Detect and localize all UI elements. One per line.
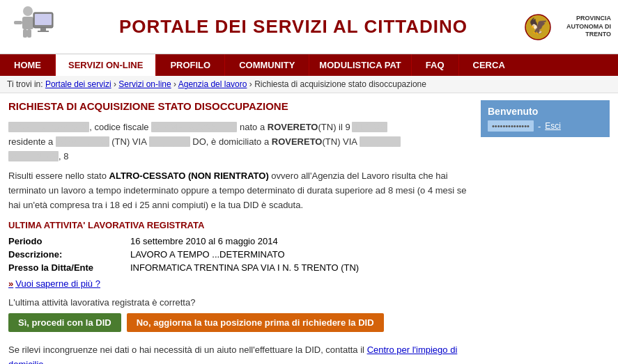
intro-res-label: residente a <box>8 136 56 147</box>
intro-res-city: ROVERETO <box>56 136 109 147</box>
intro-cf-value: CLZMHL85VNSTER <box>151 122 237 132</box>
svg-rect-2 <box>14 21 22 24</box>
intro-name: MICHELA CAZZANI <box>8 122 89 132</box>
breadcrumb: Ti trovi in: Portale dei servizi › Servi… <box>0 76 618 93</box>
status-paragraph: Risulti essere nello stato ALTRO-CESSATO… <box>8 169 471 212</box>
site-title: PORTALE DEI SERVIZI AL CITTADINO <box>66 16 520 38</box>
welcome-title: Benvenuto <box>488 106 603 117</box>
descrizione-row: Descrizione: LAVORO A TEMPO ...DETERMINA… <box>8 249 471 260</box>
periodo-label: Periodo <box>8 236 130 246</box>
person-computer-icon <box>7 6 59 46</box>
intro-nato-text: nato a <box>237 122 267 132</box>
intro-cf-label: , codice fiscale <box>89 122 151 132</box>
content-wrapper: RICHIESTA DI ACQUISIZIONE STATO DISOCCUP… <box>0 93 618 364</box>
header: PORTALE DEI SERVIZI AL CITTADINO 🦅 PROVI… <box>0 0 618 54</box>
nav-servizi[interactable]: SERVIZI ON-LINE <box>56 54 156 76</box>
svg-point-0 <box>23 6 33 16</box>
header-logo-right: 🦅 PROVINCIA AUTONOMA DI TRENTO <box>520 14 611 40</box>
breadcrumb-servizi[interactable]: Servizi on-line <box>118 79 171 89</box>
breadcrumb-portale[interactable]: Portale dei servizi <box>45 79 111 89</box>
bottom-text: Se rilevi incongruenze nei dati o hai ne… <box>8 345 364 355</box>
intro-dom-prov: (TN) VIA <box>322 136 359 147</box>
breadcrumb-sep2: › <box>173 79 178 89</box>
svg-rect-9 <box>38 31 49 32</box>
username-text: •••••••••••••• <box>492 122 530 130</box>
periodo-value: 16 settembre 2010 al 6 maggio 2014 <box>130 236 278 246</box>
nav-faq[interactable]: FAQ <box>412 54 459 76</box>
bottom-paragraph: Se rilevi incongruenze nei dati o hai ne… <box>8 343 471 364</box>
presso-label: Presso la Ditta/Ente <box>8 262 130 273</box>
btn-yes-did[interactable]: Sì, procedi con la DID <box>8 313 121 332</box>
intro-dom-num2: , 8 <box>59 151 68 161</box>
intro-dom-num: ATLIENDO <box>8 151 59 161</box>
svg-rect-4 <box>23 29 27 38</box>
breadcrumb-prefix: Ti trovi in: <box>7 79 45 89</box>
intro-res-do: DO, è domiciliato a <box>190 136 272 147</box>
intro-res-prov: (TN) VIA <box>109 136 149 147</box>
intro-nato-date: 11 1979 <box>352 122 387 132</box>
breadcrumb-agenzia[interactable]: Agenzia del lavoro <box>178 79 247 89</box>
svg-rect-8 <box>40 28 46 31</box>
question-text: L'ultima attività lavorativa registrata … <box>8 297 471 308</box>
sidebar: Benvenuto •••••••••••••• - Esci <box>481 100 610 364</box>
btn-no-did[interactable]: No, aggiorna la tua posizione prima di r… <box>127 313 384 332</box>
nav-community[interactable]: COMMUNITY <box>225 54 309 76</box>
presso-row: Presso la Ditta/Ente INFORMATICA TRENTIN… <box>8 262 471 273</box>
intro-nato-prov: (TN) il 9 <box>318 122 350 132</box>
intro-nato-place: ROVERETO <box>268 122 318 132</box>
intro-dom-city: ROVERETO <box>272 136 323 147</box>
exit-link[interactable]: Esci <box>545 121 561 131</box>
svg-rect-5 <box>27 29 31 38</box>
learn-more-arrow: » <box>8 278 13 289</box>
header-title: PORTALE DEI SERVIZI AL CITTADINO <box>66 16 520 38</box>
breadcrumb-current: Richiesta di acquisizione stato disoccup… <box>254 79 426 89</box>
status-bold: ALTRO-CESSATO (NON RIENTRATO) <box>109 171 269 181</box>
svg-text:🦅: 🦅 <box>529 17 548 35</box>
descrizione-label: Descrizione: <box>8 249 130 260</box>
province-name: PROVINCIA AUTONOMA DI TRENTO <box>555 15 611 39</box>
periodo-row: Periodo 16 settembre 2010 al 6 maggio 20… <box>8 236 471 246</box>
descrizione-value: LAVORO A TEMPO ...DETERMINATO <box>130 249 285 260</box>
learn-more-link[interactable]: » Vuoi saperne di più ? <box>8 278 471 289</box>
welcome-box: Benvenuto •••••••••••••• - Esci <box>481 100 610 137</box>
intro-paragraph: MICHELA CAZZANI, codice fiscale CLZMHL85… <box>8 120 471 164</box>
page-title: RICHIESTA DI ACQUISIZIONE STATO DISOCCUP… <box>8 100 471 112</box>
separator: - <box>538 121 541 132</box>
intro-dom-via: _______ <box>360 136 401 147</box>
nav-modulistica[interactable]: MODULISTICA PAT <box>309 54 411 76</box>
svg-rect-7 <box>35 14 52 25</box>
header-logo-left <box>7 6 66 48</box>
nav-home[interactable]: HOME <box>0 54 56 76</box>
presso-value: INFORMATICA TRENTINA SPA VIA I N. 5 TREN… <box>130 262 359 273</box>
province-eagle-icon: 🦅 <box>525 14 551 40</box>
main-content: RICHIESTA DI ACQUISIZIONE STATO DISOCCUP… <box>8 100 471 364</box>
user-row: •••••••••••••• - Esci <box>488 120 603 132</box>
learn-more-text[interactable]: Vuoi saperne di più ? <box>15 278 100 289</box>
action-buttons: Sì, procedi con la DID No, aggiorna la t… <box>8 313 471 332</box>
last-activity-title: ULTIMA ATTIVITA' LAVORATIVA REGISTRATA <box>8 220 471 230</box>
main-nav: HOME SERVIZI ON-LINE PROFILO COMMUNITY M… <box>0 54 618 76</box>
status-prefix: Risulti essere nello stato <box>8 171 107 181</box>
username-display: •••••••••••••• <box>488 120 534 132</box>
nav-profilo[interactable]: PROFILO <box>156 54 225 76</box>
info-table: Periodo 16 settembre 2010 al 6 maggio 20… <box>8 236 471 273</box>
nav-cerca[interactable]: CERCA <box>459 54 519 76</box>
intro-res-via: ____ __ <box>149 136 190 147</box>
